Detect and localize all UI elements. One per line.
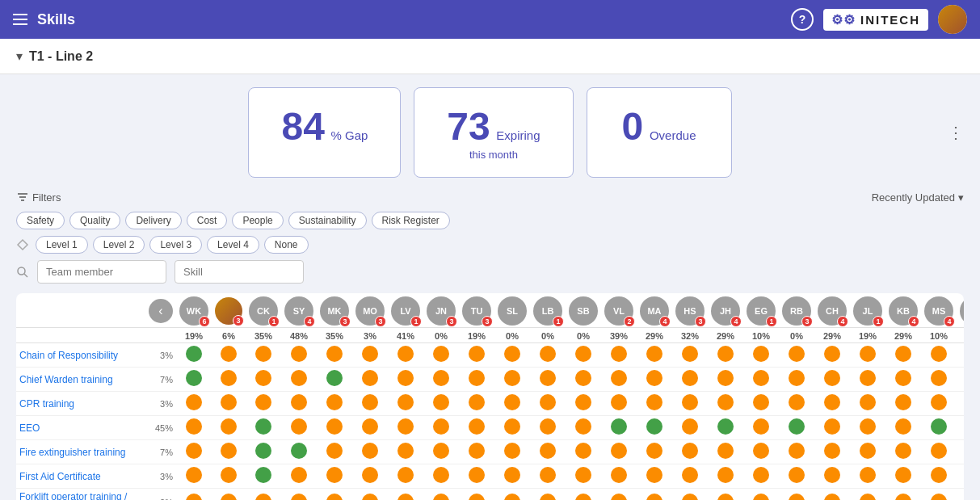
orange-dot — [895, 418, 911, 435]
more-options-button[interactable]: ⋮ — [948, 123, 964, 142]
skill-pct-cell: 3% — [145, 343, 176, 368]
dot-cell — [814, 489, 850, 501]
dot-cell — [601, 368, 637, 392]
dot-cell — [281, 392, 317, 416]
dot-cell — [885, 464, 921, 489]
table-row: First Aid Certificate3% — [16, 464, 964, 489]
hamburger-icon[interactable] — [13, 14, 27, 25]
level-tag[interactable]: Level 1 — [36, 236, 88, 254]
dot-cell — [352, 440, 388, 464]
column-avatar-initials: WK6 — [179, 296, 208, 326]
column-avatar-initials: VL2 — [604, 296, 633, 326]
orange-dot — [682, 394, 698, 410]
dot-cell — [530, 368, 566, 392]
orange-dot — [931, 370, 947, 386]
help-button[interactable]: ? — [791, 8, 814, 31]
skill-name-cell[interactable]: EEO — [16, 416, 145, 440]
dot-cell — [494, 440, 530, 464]
filters-button[interactable]: Filters — [16, 191, 61, 204]
dot-cell — [246, 343, 281, 368]
skill-name-cell[interactable]: CPR training — [16, 392, 145, 416]
column-header: SL — [494, 293, 530, 328]
column-pct: 48% — [281, 328, 317, 343]
level-tag[interactable]: Level 2 — [93, 236, 145, 254]
orange-dot — [895, 494, 911, 501]
category-tag[interactable]: Risk Register — [372, 212, 450, 229]
orange-dot — [931, 494, 947, 501]
dot-cell — [779, 368, 814, 392]
recently-updated-button[interactable]: Recently Updated ▾ — [872, 191, 964, 204]
dot-cell — [530, 489, 566, 501]
kpi-expiring-number: 73 — [447, 105, 490, 148]
orange-dot — [789, 370, 805, 386]
category-tag[interactable]: People — [232, 212, 283, 229]
orange-dot — [646, 494, 662, 501]
dot-cell — [672, 416, 708, 440]
dot-cell — [672, 489, 708, 501]
column-avatar-initials: JN3 — [427, 296, 456, 326]
skill-name-cell[interactable]: Fire extinguisher training — [16, 440, 145, 464]
orange-dot — [860, 443, 876, 459]
orange-dot — [362, 394, 378, 410]
dot-cell — [672, 343, 708, 368]
dot-cell — [957, 416, 964, 440]
green-dot — [186, 346, 202, 362]
nav-prev-button[interactable]: ‹ — [149, 299, 173, 323]
orange-dot — [186, 467, 202, 483]
column-pct: 35% — [317, 328, 352, 343]
green-dot — [646, 418, 662, 435]
orange-dot — [753, 443, 769, 459]
category-tag[interactable]: Quality — [69, 212, 120, 229]
dot-cell — [601, 343, 637, 368]
dot-cell — [317, 392, 352, 416]
column-avatar-initials: MA4 — [640, 296, 669, 326]
level-tag[interactable]: None — [264, 236, 309, 254]
dot-cell — [921, 368, 957, 392]
dot-cell — [779, 343, 814, 368]
orange-dot — [646, 370, 662, 386]
skill-name-cell[interactable]: Chain of Responsibility — [16, 343, 145, 368]
dot-cell — [637, 440, 672, 464]
level-tag[interactable]: Level 4 — [207, 236, 259, 254]
orange-dot — [469, 443, 485, 459]
category-tag[interactable]: Safety — [16, 212, 65, 229]
column-avatar-initials: CK1 — [249, 296, 278, 326]
column-header-row: ‹ WK63CK1SY4MK3MO3LV1JN3TU3SLLB1SBVL2MA4… — [16, 293, 964, 328]
dot-cell — [885, 489, 921, 501]
dot-cell — [814, 440, 850, 464]
skill-search-input[interactable] — [175, 260, 304, 284]
app-header: Skills ? ⚙⚙ INITECH — [0, 0, 980, 39]
dot-cell — [317, 440, 352, 464]
orange-dot — [433, 494, 449, 501]
dot-cell — [850, 392, 885, 416]
orange-dot — [433, 346, 449, 362]
column-header: CD3 — [957, 293, 964, 328]
level-tag[interactable]: Level 3 — [149, 236, 202, 254]
orange-dot — [824, 418, 840, 435]
column-avatar-initials: SY4 — [284, 296, 313, 326]
dot-cell — [423, 440, 459, 464]
green-dot — [789, 418, 805, 435]
dot-cell — [459, 416, 494, 440]
dot-cell — [494, 416, 530, 440]
category-tag[interactable]: Delivery — [125, 212, 181, 229]
breadcrumb-chevron[interactable]: ▾ — [16, 48, 23, 64]
orange-dot — [824, 467, 840, 483]
category-tag[interactable]: Cost — [187, 212, 228, 229]
dot-cell — [212, 464, 246, 489]
skill-name-cell[interactable]: First Aid Certificate — [16, 464, 145, 489]
orange-dot — [397, 494, 414, 501]
skill-name-cell[interactable]: Chief Warden training — [16, 368, 145, 392]
dot-cell — [708, 489, 743, 501]
column-pct: 19% — [176, 328, 212, 343]
orange-dot — [397, 443, 414, 459]
skill-name-cell[interactable]: Forklift operator training / licence — [16, 489, 145, 501]
orange-dot — [682, 494, 698, 501]
dot-cell — [459, 368, 494, 392]
user-avatar[interactable] — [938, 5, 967, 34]
orange-dot — [326, 443, 343, 459]
orange-dot — [753, 418, 769, 435]
dot-cell — [423, 343, 459, 368]
team-member-search-input[interactable] — [37, 260, 166, 284]
category-tag[interactable]: Sustainability — [288, 212, 367, 229]
